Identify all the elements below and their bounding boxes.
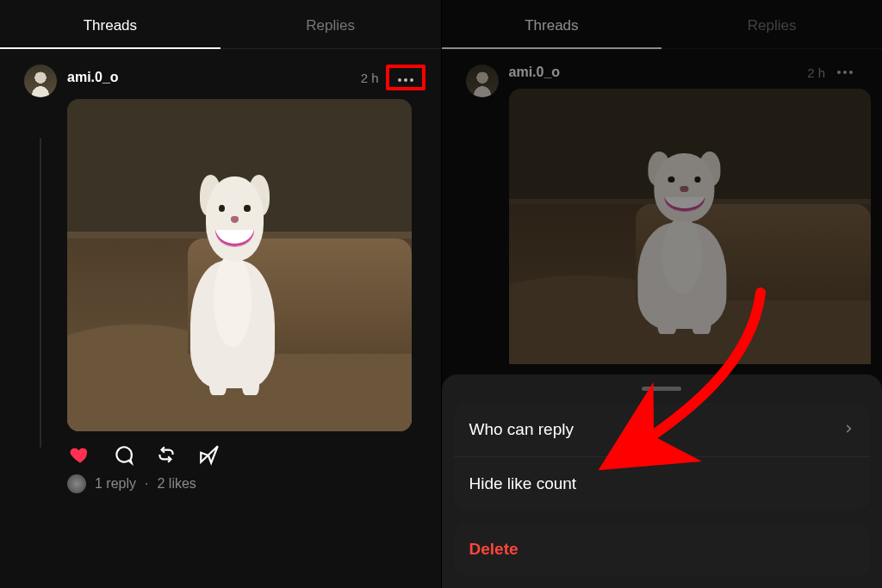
- more-icon[interactable]: [393, 75, 419, 85]
- replier-avatar[interactable]: [67, 474, 86, 493]
- timestamp: 2 h: [361, 71, 379, 85]
- share-icon[interactable]: [198, 443, 220, 466]
- bottom-sheet: Who can reply Hide like count Delete: [442, 374, 883, 588]
- avatar[interactable]: [24, 65, 57, 97]
- actions-row: [67, 443, 417, 466]
- sheet-who-can-reply[interactable]: Who can reply: [454, 403, 871, 456]
- thread-line: [40, 138, 41, 448]
- pane-right: Threads Replies ami.0_o 2 h: [441, 0, 883, 588]
- username[interactable]: ami.0_o: [67, 70, 119, 85]
- chevron-right-icon: [842, 420, 854, 439]
- tab-underline: [0, 47, 220, 49]
- sheet-item-label: Who can reply: [469, 420, 574, 439]
- tab-replies[interactable]: Replies: [220, 3, 441, 48]
- dot-separator: ·: [145, 476, 148, 492]
- heart-icon[interactable]: [69, 443, 91, 466]
- replies-count[interactable]: 1 reply: [95, 476, 136, 492]
- sheet-item-label: Delete: [469, 540, 519, 559]
- comment-icon[interactable]: [112, 443, 134, 466]
- highlight-more-button: [386, 65, 425, 90]
- pane-left: Threads Replies ami.0_o 2 h: [0, 0, 441, 588]
- sheet-item-label: Hide like count: [469, 474, 577, 493]
- post-media[interactable]: [67, 99, 412, 431]
- sheet-grabber[interactable]: [642, 387, 681, 391]
- sheet-delete[interactable]: Delete: [454, 523, 871, 576]
- engagement-row: 1 reply · 2 likes: [67, 474, 417, 509]
- sheet-hide-like-count[interactable]: Hide like count: [454, 456, 871, 511]
- tabs-left: Threads Replies: [0, 0, 441, 49]
- likes-count[interactable]: 2 likes: [157, 476, 196, 492]
- post-header: ami.0_o 2 h: [67, 65, 417, 90]
- post: ami.0_o 2 h: [0, 49, 441, 509]
- sheet-group: Who can reply Hide like count: [454, 403, 871, 511]
- repost-icon[interactable]: [155, 443, 177, 466]
- tab-threads[interactable]: Threads: [0, 3, 220, 48]
